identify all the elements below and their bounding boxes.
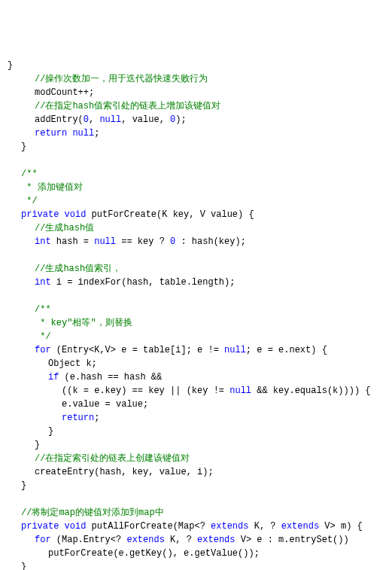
code-line: }: [8, 560, 384, 570]
comment-text: /**: [21, 169, 38, 179]
keyword-text: extends: [197, 535, 235, 545]
code-line: int hash = null == key ? 0 : hash(key);: [8, 235, 384, 248]
keyword-text: null: [229, 386, 251, 396]
comment-text: /**: [35, 304, 51, 315]
keyword-text: extends: [281, 521, 319, 532]
comment-text: //操作次数加一，用于迭代器快速失败行为: [35, 74, 208, 84]
code-text: ;: [94, 128, 99, 139]
comment-text: * key"相等"，则替换: [35, 318, 132, 328]
code-line: Object k;: [8, 357, 384, 370]
keyword-text: return: [62, 413, 94, 423]
keyword-text: null: [224, 345, 246, 355]
code-text: e.value = value;: [62, 399, 148, 410]
code-text: }: [8, 60, 13, 71]
code-text: }: [21, 480, 26, 491]
code-text: }: [21, 142, 26, 152]
code-text: [8, 155, 13, 166]
code-text: ,: [89, 114, 99, 125]
comment-text: //生成hash值: [35, 223, 94, 233]
code-line: e.value = value;: [8, 398, 384, 411]
code-line: for (Entry<K,V> e = table[i]; e != null;…: [8, 343, 384, 357]
keyword-text: null: [99, 114, 121, 125]
comment-text: //在指定索引处的链表上创建该键值对: [35, 453, 190, 464]
code-line: }: [8, 425, 384, 438]
code-text: hash =: [51, 236, 95, 247]
keyword-text: extends: [126, 535, 164, 545]
code-text: , value,: [121, 114, 170, 125]
code-line: private void putForCreate(K key, V value…: [8, 208, 384, 221]
code-text: K, ?: [248, 521, 281, 532]
keyword-text: null: [94, 236, 116, 247]
code-line: [8, 289, 384, 303]
keyword-text: private void: [21, 521, 86, 532]
code-text: putForCreate(K key, V value) {: [86, 209, 254, 220]
comment-text: //在指定hash值索引处的链表上增加该键值对: [35, 101, 220, 111]
code-line: return;: [8, 411, 384, 425]
code-text: i = indexFor(hash, table.length);: [51, 277, 236, 288]
code-text: K, ?: [165, 535, 197, 545]
code-text: putAllForCreate(Map<?: [86, 521, 211, 532]
code-line: * 添加键值对: [8, 181, 384, 194]
code-line: [8, 154, 384, 167]
comment-text: */: [35, 331, 51, 342]
code-line: //在指定hash值索引处的链表上增加该键值对: [8, 99, 384, 113]
code-line: ((k = e.key) == key || (key != null && k…: [8, 384, 384, 398]
code-line: /**: [8, 303, 384, 316]
code-line: //操作次数加一，用于迭代器快速失败行为: [8, 72, 384, 86]
keyword-text: int: [35, 236, 51, 247]
code-line: //将制定map的键值对添加到map中: [8, 506, 384, 520]
code-text: ;: [94, 413, 99, 423]
code-line: if (e.hash == hash &&: [8, 370, 384, 384]
comment-text: //将制定map的键值对添加到map中: [21, 508, 164, 518]
code-text: (Entry<K,V> e = table[i]; e !=: [51, 345, 224, 355]
comment-text: */: [21, 196, 38, 206]
code-line: int i = indexFor(hash, table.length);: [8, 276, 384, 289]
code-text: }: [21, 562, 26, 570]
comment-text: * 添加键值对: [21, 182, 83, 193]
code-line: //生成hash值索引，: [8, 262, 384, 276]
code-text: && key.equals(k)))) {: [251, 386, 370, 396]
keyword-text: extends: [211, 521, 248, 532]
code-text: putForCreate(e.getKey(), e.getValue());: [48, 548, 260, 559]
code-line: //生成hash值: [8, 221, 384, 235]
code-text: V> e : m.entrySet()): [236, 535, 349, 545]
code-text: }: [35, 440, 40, 450]
code-text: [8, 250, 13, 261]
keyword-text: if: [48, 372, 59, 383]
code-line: /**: [8, 167, 384, 181]
code-text: ; e = e.next) {: [246, 345, 327, 355]
code-line: }: [8, 479, 384, 492]
code-line: addEntry(0, null, value, 0);: [8, 113, 384, 126]
code-line: modCount++;: [8, 86, 384, 99]
code-text: == key ?: [116, 236, 170, 247]
code-line: //在指定索引处的链表上创建该键值对: [8, 452, 384, 465]
code-text: [8, 291, 13, 301]
code-line: private void putAllForCreate(Map<? exten…: [8, 520, 384, 533]
keyword-text: int: [35, 277, 51, 288]
code-text: [8, 494, 13, 504]
code-line: }: [8, 140, 384, 154]
keyword-text: for: [35, 345, 51, 355]
code-page: { "lines": [ {"indent":0,"spans":[{"t":"…: [0, 0, 392, 570]
code-text: modCount++;: [35, 87, 94, 98]
comment-text: //生成hash值索引，: [35, 264, 121, 274]
code-text: createEntry(hash, key, value, i);: [35, 467, 214, 477]
code-line: for (Map.Entry<? extends K, ? extends V>…: [8, 533, 384, 547]
code-line: putForCreate(e.getKey(), e.getValue());: [8, 547, 384, 560]
keyword-text: 0: [84, 114, 89, 125]
code-text: ((k = e.key) == key || (key !=: [62, 386, 229, 396]
keyword-text: return null: [35, 128, 94, 139]
code-line: * key"相等"，则替换: [8, 316, 384, 330]
code-text: : hash(key);: [175, 236, 246, 247]
code-line: createEntry(hash, key, value, i);: [8, 465, 384, 479]
code-line: }: [8, 438, 384, 452]
code-text: );: [175, 114, 186, 125]
code-text: (Map.Entry<?: [51, 535, 127, 545]
code-line: return null;: [8, 126, 384, 140]
code-text: V> m) {: [319, 521, 363, 532]
code-block: }//操作次数加一，用于迭代器快速失败行为modCount++;//在指定has…: [8, 59, 384, 570]
code-text: }: [48, 426, 53, 437]
code-text: Object k;: [48, 358, 97, 369]
keyword-text: private void: [21, 209, 86, 220]
code-line: [8, 492, 384, 506]
